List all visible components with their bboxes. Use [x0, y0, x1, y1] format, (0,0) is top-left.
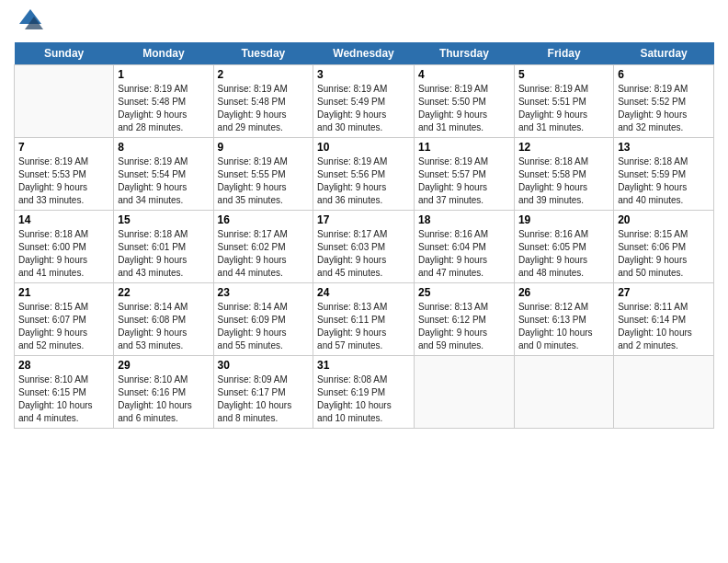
- day-info: Sunrise: 8:09 AM Sunset: 6:17 PM Dayligh…: [218, 373, 310, 425]
- day-number: 9: [218, 141, 310, 154]
- day-info: Sunrise: 8:19 AM Sunset: 5:50 PM Dayligh…: [418, 83, 510, 134]
- day-number: 30: [218, 359, 310, 372]
- day-number: 5: [518, 68, 609, 81]
- calendar-cell: 6Sunrise: 8:19 AM Sunset: 5:52 PM Daylig…: [614, 65, 714, 138]
- calendar-cell: 15Sunrise: 8:18 AM Sunset: 6:01 PM Dayli…: [114, 211, 213, 283]
- day-number: 16: [218, 213, 310, 226]
- day-number: 28: [18, 359, 109, 372]
- day-info: Sunrise: 8:19 AM Sunset: 5:48 PM Dayligh…: [218, 83, 310, 134]
- calendar-cell: [414, 356, 514, 429]
- calendar-cell: 8Sunrise: 8:19 AM Sunset: 5:54 PM Daylig…: [114, 138, 213, 211]
- calendar-cell: 28Sunrise: 8:10 AM Sunset: 6:15 PM Dayli…: [15, 356, 114, 429]
- calendar-cell: 26Sunrise: 8:12 AM Sunset: 6:13 PM Dayli…: [514, 283, 613, 356]
- calendar-cell: [614, 356, 714, 429]
- day-number: 13: [618, 141, 710, 154]
- weekday-header-cell: Saturday: [614, 42, 714, 65]
- day-number: 27: [618, 286, 710, 299]
- day-number: 12: [518, 141, 609, 154]
- calendar-cell: 25Sunrise: 8:13 AM Sunset: 6:12 PM Dayli…: [414, 283, 514, 356]
- day-number: 6: [618, 68, 710, 81]
- day-info: Sunrise: 8:10 AM Sunset: 6:16 PM Dayligh…: [118, 373, 209, 425]
- calendar-cell: 12Sunrise: 8:18 AM Sunset: 5:58 PM Dayli…: [514, 138, 613, 211]
- day-info: Sunrise: 8:19 AM Sunset: 5:52 PM Dayligh…: [618, 83, 710, 134]
- calendar-table: SundayMondayTuesdayWednesdayThursdayFrid…: [14, 42, 714, 429]
- day-number: 17: [317, 213, 410, 226]
- day-info: Sunrise: 8:12 AM Sunset: 6:13 PM Dayligh…: [518, 301, 609, 352]
- day-number: 19: [518, 213, 609, 226]
- calendar-row: 1Sunrise: 8:19 AM Sunset: 5:48 PM Daylig…: [15, 65, 714, 138]
- calendar-cell: 5Sunrise: 8:19 AM Sunset: 5:51 PM Daylig…: [514, 65, 613, 138]
- calendar-cell: [15, 65, 114, 138]
- calendar-cell: 17Sunrise: 8:17 AM Sunset: 6:03 PM Dayli…: [313, 211, 415, 283]
- day-number: 1: [118, 68, 209, 81]
- calendar-cell: 3Sunrise: 8:19 AM Sunset: 5:49 PM Daylig…: [313, 65, 415, 138]
- day-info: Sunrise: 8:10 AM Sunset: 6:15 PM Dayligh…: [18, 373, 109, 425]
- day-number: 14: [18, 213, 109, 226]
- calendar-cell: 10Sunrise: 8:19 AM Sunset: 5:56 PM Dayli…: [313, 138, 415, 211]
- logo: [14, 13, 45, 35]
- weekday-header-cell: Friday: [514, 42, 613, 65]
- day-number: 3: [317, 68, 410, 81]
- day-number: 24: [317, 286, 410, 299]
- weekday-header-cell: Thursday: [414, 42, 514, 65]
- day-number: 25: [418, 286, 510, 299]
- calendar-cell: 7Sunrise: 8:19 AM Sunset: 5:53 PM Daylig…: [15, 138, 114, 211]
- calendar-cell: 24Sunrise: 8:13 AM Sunset: 6:11 PM Dayli…: [313, 283, 415, 356]
- calendar-cell: 30Sunrise: 8:09 AM Sunset: 6:17 PM Dayli…: [213, 356, 313, 429]
- calendar-cell: 20Sunrise: 8:15 AM Sunset: 6:06 PM Dayli…: [614, 211, 714, 283]
- calendar-row: 7Sunrise: 8:19 AM Sunset: 5:53 PM Daylig…: [15, 138, 714, 211]
- day-number: 11: [418, 141, 510, 154]
- day-info: Sunrise: 8:11 AM Sunset: 6:14 PM Dayligh…: [618, 301, 710, 352]
- header: [14, 9, 714, 35]
- day-number: 4: [418, 68, 510, 81]
- day-info: Sunrise: 8:15 AM Sunset: 6:06 PM Dayligh…: [618, 228, 710, 280]
- day-number: 15: [118, 213, 209, 226]
- calendar-cell: [514, 356, 613, 429]
- logo-icon: [16, 6, 45, 35]
- day-info: Sunrise: 8:17 AM Sunset: 6:02 PM Dayligh…: [218, 228, 310, 280]
- weekday-header-cell: Sunday: [15, 42, 114, 65]
- calendar-cell: 9Sunrise: 8:19 AM Sunset: 5:55 PM Daylig…: [213, 138, 313, 211]
- day-info: Sunrise: 8:19 AM Sunset: 5:56 PM Dayligh…: [317, 155, 410, 207]
- calendar-cell: 14Sunrise: 8:18 AM Sunset: 6:00 PM Dayli…: [15, 211, 114, 283]
- day-info: Sunrise: 8:19 AM Sunset: 5:49 PM Dayligh…: [317, 83, 410, 134]
- calendar-cell: 21Sunrise: 8:15 AM Sunset: 6:07 PM Dayli…: [15, 283, 114, 356]
- day-number: 29: [118, 359, 209, 372]
- day-info: Sunrise: 8:15 AM Sunset: 6:07 PM Dayligh…: [18, 301, 109, 352]
- day-number: 10: [317, 141, 410, 154]
- calendar-cell: 23Sunrise: 8:14 AM Sunset: 6:09 PM Dayli…: [213, 283, 313, 356]
- calendar-cell: 27Sunrise: 8:11 AM Sunset: 6:14 PM Dayli…: [614, 283, 714, 356]
- calendar-cell: 11Sunrise: 8:19 AM Sunset: 5:57 PM Dayli…: [414, 138, 514, 211]
- day-info: Sunrise: 8:14 AM Sunset: 6:08 PM Dayligh…: [118, 301, 209, 352]
- calendar-cell: 16Sunrise: 8:17 AM Sunset: 6:02 PM Dayli…: [213, 211, 313, 283]
- day-number: 26: [518, 286, 609, 299]
- calendar-row: 21Sunrise: 8:15 AM Sunset: 6:07 PM Dayli…: [15, 283, 714, 356]
- day-info: Sunrise: 8:19 AM Sunset: 5:57 PM Dayligh…: [418, 155, 510, 207]
- day-info: Sunrise: 8:08 AM Sunset: 6:19 PM Dayligh…: [317, 373, 410, 425]
- day-info: Sunrise: 8:16 AM Sunset: 6:05 PM Dayligh…: [518, 228, 609, 280]
- day-info: Sunrise: 8:19 AM Sunset: 5:51 PM Dayligh…: [518, 83, 609, 134]
- day-info: Sunrise: 8:19 AM Sunset: 5:55 PM Dayligh…: [218, 155, 310, 207]
- day-info: Sunrise: 8:18 AM Sunset: 6:01 PM Dayligh…: [118, 228, 209, 280]
- day-info: Sunrise: 8:19 AM Sunset: 5:53 PM Dayligh…: [18, 155, 109, 207]
- page-container: SundayMondayTuesdayWednesdayThursdayFrid…: [0, 0, 728, 438]
- day-number: 21: [18, 286, 109, 299]
- calendar-cell: 19Sunrise: 8:16 AM Sunset: 6:05 PM Dayli…: [514, 211, 613, 283]
- calendar-cell: 29Sunrise: 8:10 AM Sunset: 6:16 PM Dayli…: [114, 356, 213, 429]
- calendar-cell: 2Sunrise: 8:19 AM Sunset: 5:48 PM Daylig…: [213, 65, 313, 138]
- day-info: Sunrise: 8:19 AM Sunset: 5:54 PM Dayligh…: [118, 155, 209, 207]
- day-number: 8: [118, 141, 209, 154]
- calendar-cell: 1Sunrise: 8:19 AM Sunset: 5:48 PM Daylig…: [114, 65, 213, 138]
- calendar-cell: 4Sunrise: 8:19 AM Sunset: 5:50 PM Daylig…: [414, 65, 514, 138]
- calendar-cell: 31Sunrise: 8:08 AM Sunset: 6:19 PM Dayli…: [313, 356, 415, 429]
- day-info: Sunrise: 8:18 AM Sunset: 5:58 PM Dayligh…: [518, 155, 609, 207]
- day-info: Sunrise: 8:13 AM Sunset: 6:12 PM Dayligh…: [418, 301, 510, 352]
- weekday-header-row: SundayMondayTuesdayWednesdayThursdayFrid…: [15, 42, 714, 65]
- calendar-row: 28Sunrise: 8:10 AM Sunset: 6:15 PM Dayli…: [15, 356, 714, 429]
- day-number: 23: [218, 286, 310, 299]
- weekday-header-cell: Tuesday: [213, 42, 313, 65]
- day-number: 7: [18, 141, 109, 154]
- weekday-header-cell: Wednesday: [313, 42, 415, 65]
- weekday-header-cell: Monday: [114, 42, 213, 65]
- day-number: 22: [118, 286, 209, 299]
